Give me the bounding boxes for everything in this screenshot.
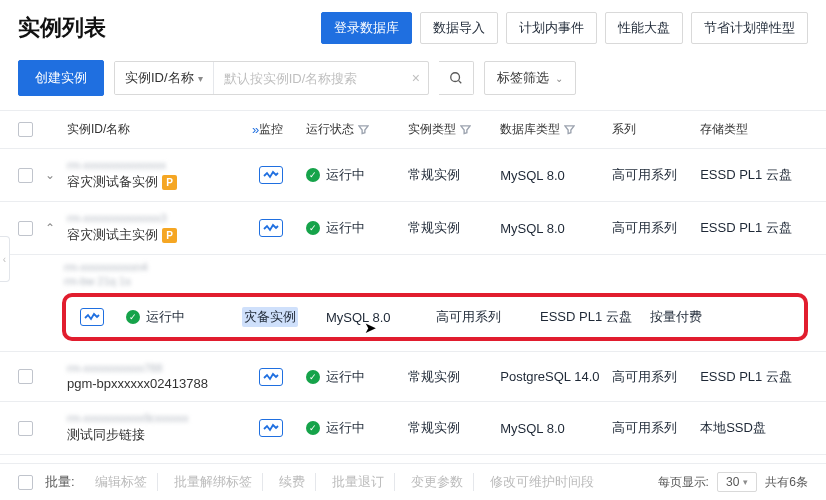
batch-renew[interactable]: 续费 xyxy=(269,473,316,491)
instance-name: 容灾测试主实例P xyxy=(67,226,259,244)
status-cell: ✓运行中 xyxy=(306,166,408,184)
name-cell[interactable]: rm-xxxxxxxxxxxxxx3容灾测试主实例P xyxy=(67,212,259,244)
search-input[interactable] xyxy=(214,62,404,94)
type-cell: 常规实例 xyxy=(408,219,500,237)
storage-cell: ESSD PL1 云盘 xyxy=(700,368,808,386)
row-checkbox[interactable] xyxy=(18,221,33,236)
col-monitor: 监控 xyxy=(259,122,283,136)
search-mode-label: 实例ID/名称 xyxy=(125,69,194,87)
svg-point-0 xyxy=(451,73,460,82)
create-instance-button[interactable]: 创建实例 xyxy=(18,60,104,96)
col-db: 数据库类型 xyxy=(500,121,560,138)
row-checkbox[interactable] xyxy=(18,369,33,384)
instance-table: 实例ID/名称» 监控 运行状态 实例类型 数据库类型 系列 存储类型 ⌄rm-… xyxy=(0,110,826,500)
events-button[interactable]: 计划内事件 xyxy=(506,12,597,44)
status-cell: ✓运行中 xyxy=(306,419,408,437)
savings-button[interactable]: 节省计划弹性型 xyxy=(691,12,808,44)
name-cell[interactable]: rm-xxxxxxxxxxx788pgm-bpxxxxxx02413788 xyxy=(67,362,259,391)
series-cell: 高可用系列 xyxy=(612,166,700,184)
tag-filter-label: 标签筛选 xyxy=(497,69,549,87)
clear-icon[interactable]: × xyxy=(404,70,428,86)
batch-change-params[interactable]: 变更参数 xyxy=(401,473,474,491)
chevron-down-icon: ⌄ xyxy=(555,73,563,84)
svg-line-1 xyxy=(458,81,461,84)
db-cell: MySQL 8.0 xyxy=(500,421,612,436)
batch-select-checkbox[interactable] xyxy=(18,475,33,490)
import-button[interactable]: 数据导入 xyxy=(420,12,498,44)
login-db-button[interactable]: 登录数据库 xyxy=(321,12,412,44)
search-mode-select[interactable]: 实例ID/名称 ▾ xyxy=(115,62,214,94)
col-series: 系列 xyxy=(612,122,636,136)
expand-columns-icon[interactable]: » xyxy=(252,122,259,137)
perf-button[interactable]: 性能大盘 xyxy=(605,12,683,44)
batch-bar: 批量: 编辑标签 批量解绑标签 续费 批量退订 变更参数 修改可维护时间段 每页… xyxy=(0,463,826,500)
instance-name: 测试同步链接 xyxy=(67,426,259,444)
page-title: 实例列表 xyxy=(18,13,106,43)
col-storage: 存储类型 xyxy=(700,122,748,136)
filter-icon[interactable] xyxy=(564,124,575,135)
db-cell: MySQL 8.0 xyxy=(500,168,612,183)
storage-cell: ESSD PL1 云盘 xyxy=(700,166,808,184)
subrow-name: rm-xxxxxxxxxxn4rm-bw 21q 1s xyxy=(64,261,260,287)
col-type: 实例类型 xyxy=(408,121,456,138)
filter-icon[interactable] xyxy=(358,124,369,135)
table-row: rm-xxxxxxxxxxx9cxxxxxx测试同步链接✓运行中常规实例MySQ… xyxy=(0,402,826,455)
table-header: 实例ID/名称» 监控 运行状态 实例类型 数据库类型 系列 存储类型 xyxy=(0,110,826,149)
page-size-select[interactable]: 30▾ xyxy=(717,472,757,492)
cursor-icon: ➤ xyxy=(364,319,377,337)
status-ok-icon: ✓ xyxy=(306,370,320,384)
name-cell[interactable]: rm-xxxxxxxxxxx9cxxxxxx测试同步链接 xyxy=(67,412,259,444)
monitor-icon[interactable] xyxy=(259,419,283,437)
highlighted-subrow: ✓运行中灾备实例MySQL 8.0高可用系列ESSD PL1 云盘按量付费➤ xyxy=(62,293,808,341)
header-actions: 登录数据库 数据导入 计划内事件 性能大盘 节省计划弹性型 xyxy=(321,12,808,44)
search-icon[interactable] xyxy=(439,61,474,95)
name-cell[interactable]: rm-xxxxxxxxxxxxxxx容灾测试备实例P xyxy=(67,159,259,191)
status-ok-icon: ✓ xyxy=(306,168,320,182)
series-cell: 高可用系列 xyxy=(612,419,700,437)
db-cell: PostgreSQL 14.0 xyxy=(500,369,612,384)
chevron-down-icon: ▾ xyxy=(198,73,203,84)
instance-id: rm-xxxxxxxxxxx9cxxxxxx xyxy=(67,412,259,424)
row-checkbox[interactable] xyxy=(18,421,33,436)
monitor-icon[interactable] xyxy=(259,368,283,386)
status-ok-icon: ✓ xyxy=(126,310,140,324)
status-ok-icon: ✓ xyxy=(306,221,320,235)
batch-unsubscribe[interactable]: 批量退订 xyxy=(322,473,395,491)
table-row: ⌄rm-xxxxxxxxxxxxxxx容灾测试备实例P✓运行中常规实例MySQL… xyxy=(0,149,826,202)
batch-label: 批量: xyxy=(45,473,75,491)
tag-filter-select[interactable]: 标签筛选 ⌄ xyxy=(484,61,576,95)
monitor-icon[interactable] xyxy=(80,308,104,326)
instance-name: pgm-bpxxxxxx02413788 xyxy=(67,376,259,391)
instance-id: rm-xxxxxxxxxxx788 xyxy=(67,362,259,374)
series-cell: 高可用系列 xyxy=(612,368,700,386)
instance-name: 容灾测试备实例P xyxy=(67,173,259,191)
col-status: 运行状态 xyxy=(306,121,354,138)
select-all-checkbox[interactable] xyxy=(18,122,33,137)
storage-cell: 本地SSD盘 xyxy=(700,419,808,437)
instance-id: rm-xxxxxxxxxxxxxxx xyxy=(67,159,259,171)
monitor-icon[interactable] xyxy=(259,219,283,237)
storage-cell: ESSD PL1 云盘 xyxy=(700,219,808,237)
batch-maint-window[interactable]: 修改可维护时间段 xyxy=(480,473,604,491)
col-name: 实例ID/名称 xyxy=(67,121,130,138)
row-checkbox[interactable] xyxy=(18,168,33,183)
p-badge-icon: P xyxy=(162,228,177,243)
status-cell: ✓运行中 xyxy=(306,368,408,386)
storage-cell: ESSD PL1 云盘 xyxy=(540,308,650,326)
batch-edit-tags[interactable]: 编辑标签 xyxy=(85,473,158,491)
status-ok-icon: ✓ xyxy=(306,421,320,435)
type-cell: 常规实例 xyxy=(408,166,500,184)
edge-collapse-tab[interactable]: ‹ xyxy=(0,236,10,282)
expand-caret[interactable]: ⌄ xyxy=(45,168,67,182)
page-size-label: 每页显示: xyxy=(658,474,709,491)
batch-unbind-tags[interactable]: 批量解绑标签 xyxy=(164,473,263,491)
filter-icon[interactable] xyxy=(460,124,471,135)
db-cell: MySQL 8.0 xyxy=(500,221,612,236)
monitor-icon[interactable] xyxy=(259,166,283,184)
type-cell: 常规实例 xyxy=(408,419,500,437)
expand-caret[interactable]: ⌃ xyxy=(45,221,67,235)
search-group: 实例ID/名称 ▾ × xyxy=(114,61,429,95)
table-row: rm-xxxxxxxxxxx788pgm-bpxxxxxx02413788✓运行… xyxy=(0,352,826,402)
billing-cell: 按量付费 xyxy=(650,308,702,326)
total-count: 共有6条 xyxy=(765,474,808,491)
